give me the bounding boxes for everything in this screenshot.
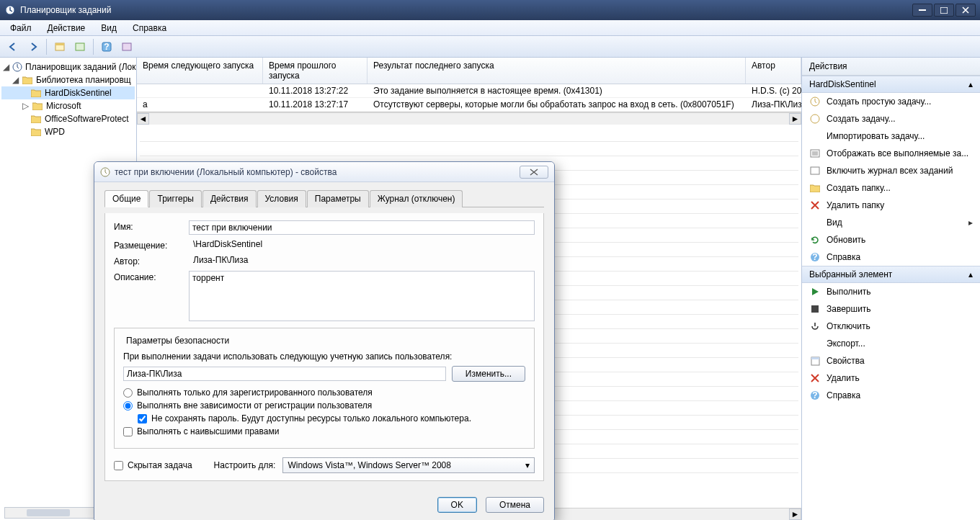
collapse-icon: ▴ xyxy=(968,269,973,279)
author-value: Лиза-ПК\Лиза xyxy=(193,255,535,265)
minimize-button[interactable] xyxy=(912,4,932,17)
toolbar-icon-1[interactable] xyxy=(51,38,68,55)
action-create-task[interactable]: Создать задачу... xyxy=(802,110,980,127)
svg-rect-13 xyxy=(811,167,819,174)
col-next-run[interactable]: Время следующего запуска xyxy=(137,58,263,84)
col-result[interactable]: Результат последнего запуска xyxy=(368,58,746,84)
action-show-running[interactable]: Отображать все выполняемые за... xyxy=(802,145,980,162)
blank-icon xyxy=(809,130,821,142)
actions-section-selected[interactable]: Выбранный элемент ▴ xyxy=(802,266,980,283)
label-description: Описание: xyxy=(114,271,189,282)
forward-button[interactable] xyxy=(24,38,42,55)
action-properties[interactable]: Свойства xyxy=(802,352,980,369)
table-row[interactable]: 10.11.2018 13:27:22 Это задание выполняе… xyxy=(137,84,801,98)
chevron-down-icon: ▾ xyxy=(525,460,530,470)
actions-section-context[interactable]: HardDiskSentinel ▴ xyxy=(802,76,980,93)
scroll-left-icon[interactable]: ◄ xyxy=(137,113,149,125)
grid-hscrollbar[interactable]: ◄ ► xyxy=(137,112,801,125)
menu-file[interactable]: Файл xyxy=(4,22,37,35)
scroll-right-icon[interactable]: ► xyxy=(789,113,801,125)
check-highest-priv[interactable]: Выполнять с наивысшими правами xyxy=(123,426,525,436)
action-view[interactable]: Вид▸ xyxy=(802,214,980,231)
cancel-button[interactable]: Отмена xyxy=(486,497,544,513)
label-location: Размещение: xyxy=(114,239,193,251)
name-input[interactable] xyxy=(189,220,535,235)
action-export[interactable]: Экспорт... xyxy=(802,335,980,352)
label-author: Автор: xyxy=(114,255,193,266)
action-disable[interactable]: Отключить xyxy=(802,318,980,335)
col-last-run[interactable]: Время прошлого запуска xyxy=(263,58,368,84)
change-user-button[interactable]: Изменить... xyxy=(452,366,525,382)
folder-icon xyxy=(32,100,43,112)
action-enable-history[interactable]: Включить журнал всех заданий xyxy=(802,162,980,179)
action-delete[interactable]: Удалить xyxy=(802,369,980,387)
security-hint: При выполнении задачи использовать следу… xyxy=(123,351,525,362)
description-input[interactable] xyxy=(189,271,535,321)
action-new-folder[interactable]: Создать папку... xyxy=(802,179,980,197)
close-button[interactable] xyxy=(956,4,976,17)
ok-button[interactable]: OK xyxy=(437,497,477,513)
action-import-task[interactable]: Импортировать задачу... xyxy=(802,127,980,145)
check-no-password[interactable]: Не сохранять пароль. Будут доступны ресу… xyxy=(138,413,525,423)
action-delete-folder[interactable]: Удалить папку xyxy=(802,197,980,214)
tree-item-wpd[interactable]: WPD xyxy=(1,125,135,138)
folder-icon xyxy=(22,74,33,86)
play-icon xyxy=(809,286,821,297)
stop-icon xyxy=(809,303,821,315)
menu-help[interactable]: Справка xyxy=(127,22,172,35)
action-end[interactable]: Завершить xyxy=(802,300,980,318)
folder-new-icon xyxy=(809,182,821,194)
tree-item-officesoftware[interactable]: OfficeSoftwareProtect xyxy=(1,112,135,125)
window-titlebar: Планировщик заданий xyxy=(0,0,980,20)
action-create-basic-task[interactable]: Создать простую задачу... xyxy=(802,93,980,110)
configure-for-select[interactable]: Windows Vista™, Windows Server™ 2008 ▾ xyxy=(282,457,535,473)
svg-point-11 xyxy=(811,115,819,123)
radio-logged-on[interactable]: Выполнять только для зарегистрированного… xyxy=(123,387,525,398)
radio-whether-logged[interactable]: Выполнять вне зависимости от регистрации… xyxy=(123,400,525,411)
task-grid: Время следующего запуска Время прошлого … xyxy=(137,58,801,112)
dialog-tabs: Общие Триггеры Действия Условия Параметр… xyxy=(104,189,544,207)
properties-dialog: тест при включении (Локальный компьютер)… xyxy=(94,161,555,520)
svg-rect-5 xyxy=(76,43,84,50)
tab-conditions[interactable]: Условия xyxy=(257,190,306,207)
check-hidden[interactable]: Скрытая задача xyxy=(114,460,192,470)
scroll-right-icon[interactable]: ► xyxy=(789,508,801,520)
menu-action[interactable]: Действие xyxy=(42,22,92,35)
tab-pane-general: Имя: Размещение: \HardDiskSentinel Автор… xyxy=(104,213,544,481)
tree-library[interactable]: ◢ Библиотека планировщ xyxy=(1,73,135,86)
svg-rect-8 xyxy=(122,43,131,50)
tab-actions[interactable]: Действия xyxy=(202,190,257,207)
svg-rect-2 xyxy=(940,7,948,14)
tree-item-harddisksentinel[interactable]: HardDiskSentinel xyxy=(1,86,135,99)
table-row[interactable]: a 10.11.2018 13:27:17 Отсутствуют сервер… xyxy=(137,98,801,112)
tab-settings[interactable]: Параметры xyxy=(307,190,369,207)
help-button[interactable]: ? xyxy=(98,38,115,55)
menu-view[interactable]: Вид xyxy=(95,22,122,35)
scheduler-icon xyxy=(12,61,22,73)
action-help[interactable]: ?Справка xyxy=(802,248,980,266)
delete-icon xyxy=(809,372,821,384)
tab-triggers[interactable]: Триггеры xyxy=(149,190,202,207)
svg-rect-16 xyxy=(811,305,819,313)
maximize-button[interactable] xyxy=(934,4,954,17)
tree-item-microsoft[interactable]: ▷ Microsoft xyxy=(1,99,135,112)
action-refresh[interactable]: Обновить xyxy=(802,231,980,248)
task-icon xyxy=(809,113,821,125)
menu-bar: Файл Действие Вид Справка xyxy=(0,20,980,36)
back-button[interactable] xyxy=(4,38,22,55)
blank-icon xyxy=(809,338,821,349)
dialog-close-button[interactable] xyxy=(520,166,548,179)
tree-root[interactable]: ◢ Планировщик заданий (Лок xyxy=(1,60,135,73)
folder-icon xyxy=(30,113,42,125)
tab-history[interactable]: Журнал (отключен) xyxy=(370,190,463,207)
dialog-title: тест при включении (Локальный компьютер)… xyxy=(115,167,520,177)
tab-general[interactable]: Общие xyxy=(104,190,148,207)
action-run[interactable]: Выполнить xyxy=(802,283,980,300)
toolbar-icon-3[interactable] xyxy=(118,38,135,55)
refresh-icon xyxy=(809,234,821,246)
action-help-2[interactable]: ?Справка xyxy=(802,387,980,404)
col-author[interactable]: Автор xyxy=(746,58,801,84)
submenu-arrow-icon: ▸ xyxy=(968,218,973,228)
toolbar-icon-2[interactable] xyxy=(71,38,89,55)
label-name: Имя: xyxy=(114,220,189,232)
